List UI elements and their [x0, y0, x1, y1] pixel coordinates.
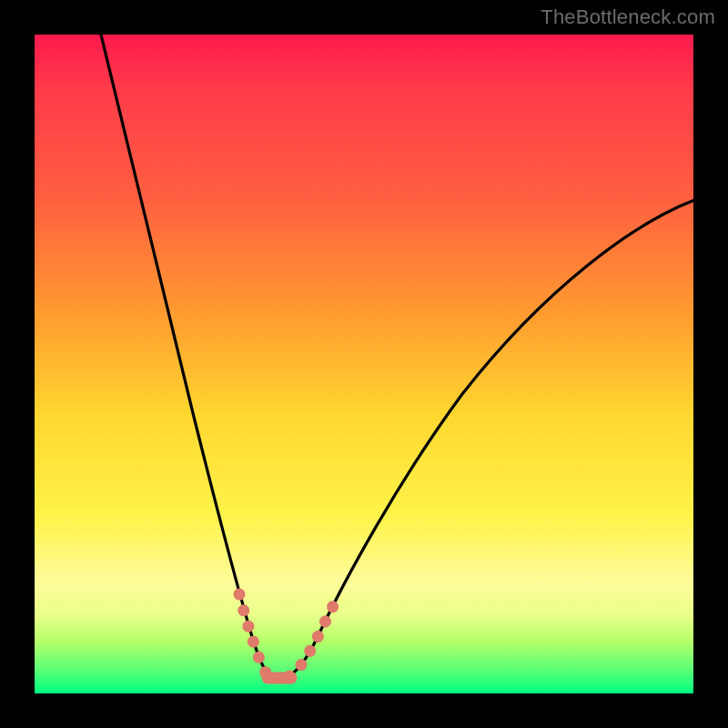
frame: TheBottleneck.com: [0, 0, 728, 728]
watermark-text: TheBottleneck.com: [541, 5, 715, 29]
plot-area: [35, 35, 693, 693]
highlight-left: [239, 594, 270, 676]
curve-path: [100, 31, 699, 675]
bottleneck-curve: [35, 35, 693, 693]
